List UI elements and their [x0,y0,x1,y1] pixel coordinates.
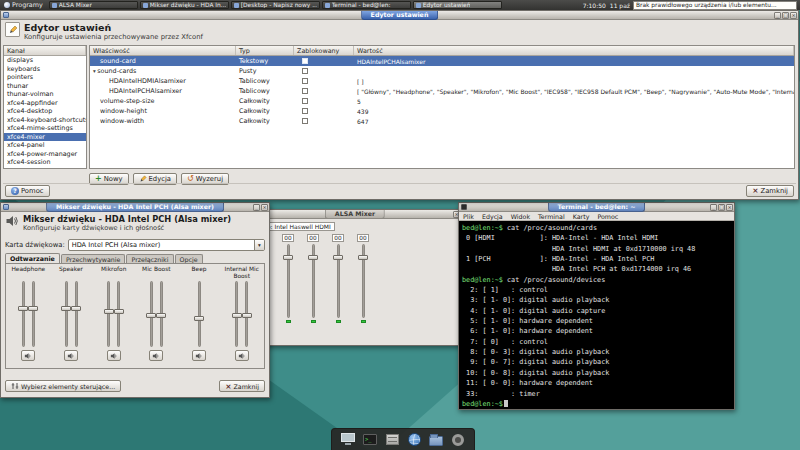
close-button[interactable]: × [790,12,797,19]
column-header-type[interactable]: Typ [236,46,294,55]
locked-checkbox[interactable] [302,88,308,94]
maximize-button[interactable]: □ [718,204,725,211]
menu-terminal[interactable]: Terminal [534,213,569,220]
alsa-mixer-titlebar[interactable]: ALSA Mixer × [249,210,461,219]
slider-handle[interactable] [28,306,38,311]
menu-plik[interactable]: Plik [459,213,478,220]
slider-handle[interactable] [242,313,252,318]
property-row[interactable]: volume-step-sizeCałkowity5 [90,96,794,106]
mute-button[interactable] [235,350,249,361]
slider-handle[interactable] [333,255,343,260]
help-button[interactable]: ?Pomoc [5,185,50,197]
property-table-header[interactable]: Właściwość Typ Zablokowany Wartość [90,46,794,56]
channel-list-item[interactable]: keyboards [4,65,86,74]
channel-list-item[interactable]: xfce4-power-manager [4,150,86,159]
slider-handle[interactable] [156,313,166,318]
channel-list-item[interactable]: xfce4-mixer [4,133,86,142]
channel-list-item[interactable]: xfce4-keyboard-shortcuts [4,116,86,125]
volume-slider[interactable] [117,281,120,347]
slider-handle[interactable] [104,309,114,314]
locked-checkbox[interactable] [302,118,308,124]
column-header-value[interactable]: Wartość [354,46,794,55]
close-mixer-button[interactable]: ×Zamknij [219,380,265,392]
panel-clock[interactable]: 7:10:50 11 paź [583,2,630,9]
mute-button[interactable] [107,350,121,361]
channel-list-item[interactable]: xfce4-panel [4,141,86,150]
volume-slider[interactable] [75,281,78,347]
dock-launcher-settings[interactable] [450,432,466,448]
channel-list-item[interactable]: pointers [4,73,86,82]
minimize-button[interactable]: _ [710,204,717,211]
dock-launcher-browser[interactable] [406,432,422,448]
locked-checkbox[interactable] [302,98,308,104]
volume-slider[interactable] [32,281,35,347]
locked-checkbox[interactable] [302,58,308,64]
slider-handle[interactable] [61,306,71,311]
menu-widok[interactable]: Widok [507,213,534,220]
expander-icon[interactable]: ▾ [93,68,96,74]
volume-slider[interactable] [22,281,25,347]
terminal-titlebar[interactable]: Terminal - bed@len: ~ _ □ × [459,203,734,212]
volume-slider[interactable] [198,281,201,347]
property-row[interactable]: HDAIntelPCHAlsamixerTablicowy[ "Główny",… [90,86,794,96]
volume-slider[interactable] [362,244,365,318]
mute-button[interactable] [21,350,35,361]
channel-list-item[interactable]: xfce4-appfinder [4,99,86,108]
menu-pomoc[interactable]: Pomoc [593,213,622,220]
tab-odtwarzanie[interactable]: Odtwarzanie [5,253,60,263]
dock-launcher-folder[interactable] [428,432,444,448]
dock-launcher-monitor[interactable] [340,432,356,448]
close-button[interactable]: × [261,204,268,211]
property-row[interactable]: HDAIntelHDMIAlsamixerTablicowy[ ] [90,76,794,86]
applications-menu-button[interactable]: Programy [0,0,47,10]
minimize-button[interactable]: _ [774,12,781,19]
minimize-button[interactable]: _ [253,204,260,211]
tab-opcje[interactable]: Opcje [175,254,203,263]
slider-handle[interactable] [146,313,156,318]
settings-editor-titlebar[interactable]: Edytor ustawień _ □ × [1,11,798,20]
property-row[interactable]: window-heightCałkowity439 [90,106,794,116]
volume-slider[interactable] [65,281,68,347]
volume-slider[interactable] [235,281,238,347]
property-row[interactable]: sound-cardTekstowyHDAIntelPCHAlsamixer [90,56,794,66]
taskbar-button[interactable]: Mikser dźwięku - HDA In... [140,1,229,9]
volume-slider[interactable] [150,281,153,347]
slider-handle[interactable] [232,313,242,318]
taskbar-button[interactable]: [Desktop - Napisz nowy ... [231,1,320,9]
select-controls-button[interactable]: Wybierz elementy sterujące... [5,380,121,392]
sound-card-select[interactable]: HDA Intel PCH (Alsa mixer) ▾ [68,239,265,251]
taskbar-button[interactable]: Terminal - bed@len: [322,1,411,9]
volume-slider[interactable] [107,281,110,347]
terminal-screen[interactable]: bed@len:~$ cat /proc/asound/cards 0 [HDM… [459,221,734,409]
column-header-locked[interactable]: Zablokowany [294,46,354,55]
mute-button[interactable] [192,350,206,361]
slider-handle[interactable] [358,255,368,260]
locked-checkbox[interactable] [302,108,308,114]
taskbar-button[interactable]: ALSA Mixer [49,1,138,9]
tab-przechwytywanie[interactable]: Przechwytywanie [61,254,126,263]
channel-list-item[interactable]: thunar-volman [4,90,86,99]
dock-launcher-file-manager[interactable] [384,432,400,448]
column-header-property[interactable]: Właściwość [90,46,236,55]
property-row[interactable]: ▾sound-cardsPusty [90,66,794,76]
locked-checkbox[interactable] [302,78,308,84]
channel-list-item[interactable]: xfce4-mime-settings [4,124,86,133]
slider-handle[interactable] [114,309,124,314]
tab-przełączniki[interactable]: Przełączniki [126,254,173,263]
close-dialog-button[interactable]: ×Zamknij [746,185,794,197]
volume-slider[interactable] [312,244,315,318]
maximize-button[interactable]: □ [782,12,789,19]
sound-mixer-titlebar[interactable]: Mikser dźwięku - HDA Intel PCH (Alsa mix… [1,203,269,212]
slider-handle[interactable] [71,306,81,311]
slider-handle[interactable] [283,255,293,260]
channel-list-item[interactable]: xfce4-desktop [4,107,86,116]
slider-handle[interactable] [194,316,204,321]
volume-slider[interactable] [287,244,290,318]
locked-checkbox[interactable] [302,68,308,74]
menu-edycja[interactable]: Edycja [478,213,507,220]
mute-button[interactable] [149,350,163,361]
channel-list-item[interactable]: displays [4,56,86,65]
channel-column-header[interactable]: Kanał [4,46,86,56]
volume-slider[interactable] [245,281,248,347]
property-row[interactable]: window-widthCałkowity647 [90,116,794,126]
